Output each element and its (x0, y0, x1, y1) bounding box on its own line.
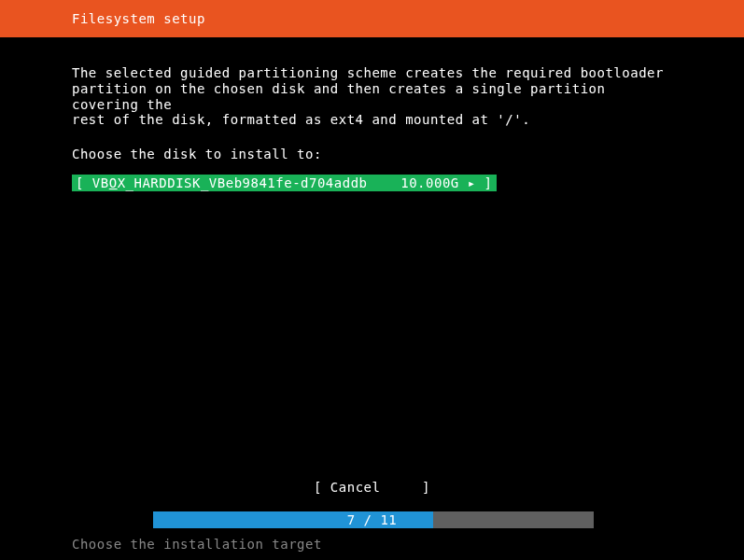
description-line1: The selected guided partitioning scheme … (72, 65, 664, 80)
chevron-right-icon: ▸ (468, 175, 476, 190)
description-text: The selected guided partitioning scheme … (72, 65, 672, 128)
description-line3: rest of the disk, formatted as ext4 and … (72, 112, 530, 127)
disk-bracket-close: ] (476, 175, 493, 190)
help-text: Choose the installation target (72, 537, 322, 552)
progress-bar: 7 / 11 (0, 511, 744, 528)
description-line2: partition on the chosen disk and then cr… (72, 81, 605, 112)
disk-selector[interactable]: [ VBOX_HARDDISK_VBeb9841fe-d704addb 10.0… (72, 175, 497, 191)
disk-prompt: Choose the disk to install to: (72, 147, 672, 161)
disk-size: 10.000G (400, 175, 459, 190)
disk-hotkey: O (109, 175, 118, 190)
page-title: Filesystem setup (72, 11, 205, 26)
content-area: The selected guided partitioning scheme … (0, 37, 744, 191)
progress-text: 7 / 11 (0, 511, 744, 528)
header-bar: Filesystem setup (0, 0, 744, 37)
disk-name: X_HARDDISK_VBeb9841fe-d704addb (118, 175, 368, 190)
disk-bracket-open: [ VB (76, 175, 109, 190)
cancel-button[interactable]: [ Cancel ] (314, 480, 430, 495)
